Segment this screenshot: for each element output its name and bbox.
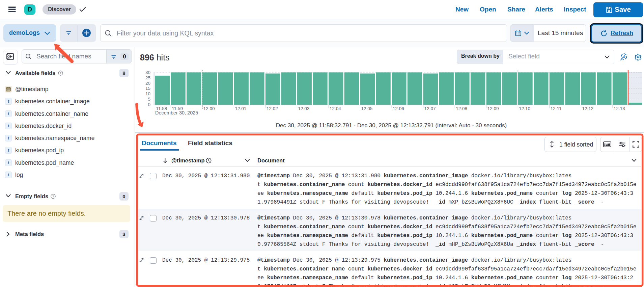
svg-text:12:06: 12:06 (393, 106, 404, 111)
svg-text:12:00: 12:00 (203, 106, 215, 111)
svg-text:12:07: 12:07 (424, 106, 436, 111)
svg-text:12:04: 12:04 (330, 106, 341, 111)
svg-text:5: 5 (148, 97, 150, 102)
svg-text:30: 30 (145, 70, 150, 75)
svg-text:25: 25 (145, 75, 150, 80)
svg-text:?: ? (60, 71, 61, 75)
svg-text:12:12: 12:12 (582, 106, 593, 111)
svg-text:December 30, 2025: December 30, 2025 (155, 110, 198, 115)
svg-text:20: 20 (145, 81, 150, 86)
svg-text:15: 15 (145, 86, 150, 91)
svg-text:12:05: 12:05 (361, 106, 373, 111)
svg-text:10: 10 (145, 91, 150, 96)
svg-text:12:10: 12:10 (519, 106, 530, 111)
svg-text:12:02: 12:02 (267, 106, 278, 111)
svg-text:12:01: 12:01 (235, 106, 246, 111)
svg-text:12:03: 12:03 (298, 106, 309, 111)
svg-text:12:11: 12:11 (551, 106, 562, 111)
svg-text:12:09: 12:09 (487, 106, 499, 111)
svg-text:0: 0 (148, 102, 150, 107)
svg-text:12:08: 12:08 (456, 106, 467, 111)
svg-text:12:13: 12:13 (614, 106, 625, 111)
svg-text:?: ? (52, 194, 54, 198)
